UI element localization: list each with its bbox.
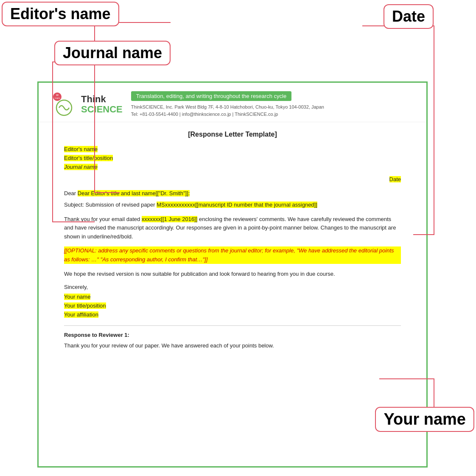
header-tagline: Translation, editing, and writing throug…: [131, 91, 291, 101]
svg-text:10: 10: [56, 94, 59, 96]
optional-block: [[OPTIONAL: address any specific comment…: [64, 246, 401, 264]
journal-name-label: Journal name: [54, 41, 171, 65]
doc-title: [Response Letter Template]: [64, 131, 401, 138]
header-contact-line2: Tel: +81-03-5541-4400 | info@thinkscienc…: [131, 111, 414, 118]
sig-your-name: Your name: [64, 294, 401, 300]
date-line-v: [434, 25, 434, 234]
header-right: Translation, editing, and writing throug…: [123, 91, 414, 118]
subject-line: Subject: Submission of revised paper MSx…: [64, 201, 401, 209]
date-label: Date: [384, 4, 434, 29]
para2: We hope the revised version is now suita…: [64, 270, 401, 279]
sig-your-title: Your title/position: [64, 302, 401, 309]
thinkscience-logo: 10 YEARS: [51, 92, 77, 117]
sig-your-affiliation: Your affiliation: [64, 311, 401, 318]
header-contact-line1: ThinkSCIENCE, Inc. Park West Bldg 7F, 4-…: [131, 104, 414, 111]
dear-line: Dear Dear Editor's title and last name[[…: [64, 190, 401, 196]
date-line: Date: [64, 176, 401, 182]
document-container: 10 YEARS Think SCIENCE Translation, edit…: [37, 81, 428, 468]
yourname-line-h-top: [379, 378, 434, 379]
editors-name-label: Editor's name: [2, 2, 119, 26]
your-name-label: Your name: [375, 407, 474, 432]
journal-line-v: [52, 62, 53, 221]
field-editors-title: Editor's title/position: [64, 155, 401, 161]
para1: Thank you for your email dated xxxxxxx[[…: [64, 215, 401, 241]
signature-section: Your name Your title/position Your affil…: [64, 294, 401, 318]
field-journal-name: Journal name: [64, 164, 401, 170]
sincerely: Sincerely,: [64, 284, 401, 290]
logo-area: 10 YEARS Think SCIENCE: [51, 92, 123, 117]
editors-name-line-bottom: [94, 192, 120, 193]
response-para: Thank you for your review of our paper. …: [64, 342, 401, 350]
response-section: Response to Reviewer 1: Thank you for yo…: [64, 325, 401, 350]
journal-line-h-bottom: [52, 221, 95, 222]
doc-body: [Response Letter Template] Editor's name…: [39, 122, 426, 364]
field-editors-name: Editor's name: [64, 146, 401, 152]
logo-text: Think SCIENCE: [81, 94, 123, 115]
svg-text:YEARS: YEARS: [54, 97, 60, 99]
response-title: Response to Reviewer 1:: [64, 332, 401, 338]
doc-header: 10 YEARS Think SCIENCE Translation, edit…: [39, 83, 426, 122]
date-line-h-bottom: [413, 234, 434, 235]
